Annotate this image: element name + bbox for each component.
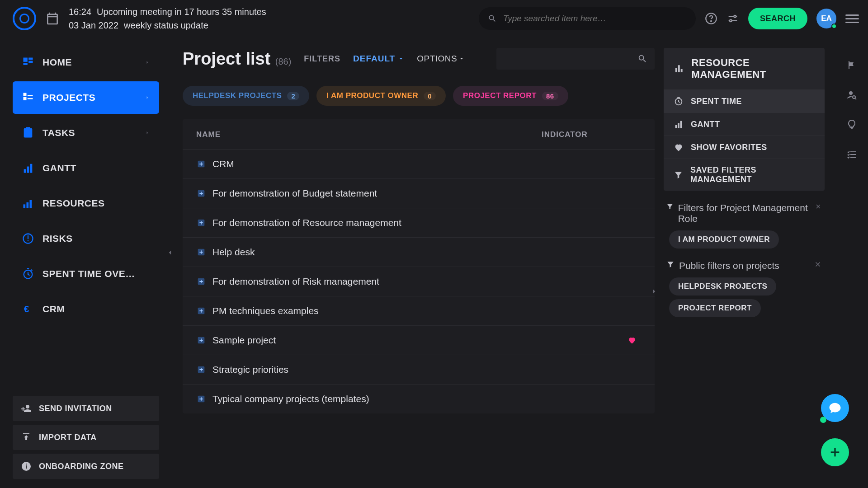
table-row[interactable]: Sample project bbox=[183, 325, 655, 355]
right-item-label: SHOW FAVORITES bbox=[691, 143, 767, 152]
sliders-icon[interactable] bbox=[726, 12, 739, 25]
filter-pill[interactable]: PROJECT REPORT bbox=[669, 299, 761, 317]
lightbulb-icon[interactable] bbox=[846, 119, 857, 130]
add-fab[interactable] bbox=[821, 438, 849, 466]
svg-rect-9 bbox=[24, 97, 27, 100]
chevron-right-icon bbox=[145, 60, 150, 65]
filter-chip-helpdesk-projects[interactable]: HELPDESK PROJECTS2 bbox=[183, 86, 309, 106]
expand-icon[interactable] bbox=[196, 306, 206, 316]
sidebar-item-crm[interactable]: € CRM bbox=[13, 293, 159, 325]
table-row[interactable]: For demonstration of Resource management bbox=[183, 208, 655, 237]
favorite-icon[interactable] bbox=[627, 336, 637, 345]
bars-icon bbox=[674, 63, 684, 75]
svg-rect-27 bbox=[26, 464, 27, 465]
person-search-icon[interactable] bbox=[846, 89, 857, 100]
sidebar-item-label: CRM bbox=[42, 304, 65, 314]
svg-rect-15 bbox=[27, 167, 29, 173]
sidebar-item-gantt[interactable]: GANTT bbox=[13, 152, 159, 184]
import-data-button[interactable]: IMPORT DATA bbox=[13, 425, 159, 450]
expand-icon[interactable] bbox=[196, 365, 206, 375]
options-dropdown[interactable]: OPTIONS bbox=[417, 54, 464, 64]
sidebar-item-label: PROJECTS bbox=[42, 92, 95, 103]
filter-pill[interactable]: HELPDESK PROJECTS bbox=[669, 277, 776, 296]
expand-icon[interactable] bbox=[196, 394, 206, 404]
logo[interactable] bbox=[13, 7, 36, 30]
caret-down-icon bbox=[459, 56, 464, 61]
filter-pill[interactable]: I AM PRODUCT OWNER bbox=[669, 230, 779, 249]
public-filters-title: Public filters on projects bbox=[679, 260, 779, 271]
expand-icon[interactable] bbox=[196, 188, 206, 198]
svg-rect-8 bbox=[24, 93, 27, 96]
sidebar-item-projects[interactable]: PROJECTS bbox=[13, 81, 159, 114]
expand-icon[interactable] bbox=[196, 247, 206, 257]
sidebar-item-risks[interactable]: RISKS bbox=[13, 222, 159, 255]
resources-icon bbox=[22, 197, 34, 210]
sidebar-item-resources[interactable]: RESOURCES bbox=[13, 187, 159, 220]
chip-count: 86 bbox=[542, 92, 558, 100]
info-icon bbox=[21, 461, 32, 472]
close-icon[interactable] bbox=[815, 202, 822, 211]
expand-icon[interactable] bbox=[196, 159, 206, 169]
filters-dropdown[interactable]: DEFAULT bbox=[353, 54, 404, 64]
table-row[interactable]: For demonstration of Risk management bbox=[183, 267, 655, 296]
project-name: Sample project bbox=[212, 335, 528, 346]
sidebar-item-label: RISKS bbox=[42, 233, 73, 244]
table-row[interactable]: Strategic priorities bbox=[183, 355, 655, 384]
table-row[interactable]: CRM bbox=[183, 149, 655, 178]
svg-rect-19 bbox=[30, 200, 32, 208]
chip-label: I AM PRODUCT OWNER bbox=[326, 91, 418, 100]
filter-chip-project-report[interactable]: PROJECT REPORT86 bbox=[453, 86, 568, 106]
right-collapse-icon[interactable] bbox=[650, 287, 658, 296]
table-row[interactable]: For demonstration of Budget statement bbox=[183, 178, 655, 208]
global-search[interactable] bbox=[479, 7, 696, 30]
svg-rect-14 bbox=[24, 169, 26, 173]
project-name: Help desk bbox=[212, 247, 542, 258]
table-row[interactable]: Help desk bbox=[183, 237, 655, 267]
chip-count: 0 bbox=[424, 92, 436, 100]
menu-icon[interactable] bbox=[845, 14, 859, 23]
expand-icon[interactable] bbox=[196, 218, 206, 228]
avatar[interactable]: EA bbox=[816, 9, 836, 28]
close-icon[interactable] bbox=[814, 260, 822, 268]
sidebar-item-label: SPENT TIME OVE… bbox=[42, 268, 135, 279]
svg-rect-12 bbox=[24, 128, 33, 138]
checklist-icon[interactable] bbox=[846, 149, 857, 160]
right-item-saved-filters-management[interactable]: SAVED FILTERS MANAGEMENT bbox=[664, 159, 825, 191]
right-item-gantt[interactable]: GANTT bbox=[664, 113, 825, 136]
help-icon[interactable] bbox=[705, 12, 717, 25]
right-item-spent-time[interactable]: SPENT TIME bbox=[664, 89, 825, 113]
sidebar-item-home[interactable]: HOME bbox=[13, 46, 159, 79]
flag-icon[interactable] bbox=[846, 60, 857, 70]
onboarding-zone-button[interactable]: ONBOARDING ZONE bbox=[13, 454, 159, 479]
svg-rect-7 bbox=[24, 63, 28, 65]
right-item-show-favorites[interactable]: SHOW FAVORITES bbox=[664, 136, 825, 159]
table-row[interactable]: Typical company projects (templates) bbox=[183, 384, 655, 413]
filter-chip-i-am-product-owner[interactable]: I AM PRODUCT OWNER0 bbox=[316, 86, 446, 106]
right-item-label: GANTT bbox=[691, 120, 720, 129]
chat-fab[interactable] bbox=[821, 394, 849, 422]
send-invitation-button[interactable]: SEND INVITATION bbox=[13, 396, 159, 421]
plus-icon bbox=[828, 445, 842, 460]
tasks-icon bbox=[22, 127, 34, 139]
filters-value: DEFAULT bbox=[353, 54, 395, 64]
heart-icon bbox=[674, 142, 684, 152]
table-row[interactable]: PM techniques examples bbox=[183, 296, 655, 325]
right-item-label: SAVED FILTERS MANAGEMENT bbox=[690, 165, 815, 184]
svg-rect-16 bbox=[30, 164, 33, 173]
page-count: (86) bbox=[275, 56, 292, 66]
search-button[interactable]: SEARCH bbox=[748, 8, 807, 29]
right-item-label: SPENT TIME bbox=[691, 97, 742, 106]
sidebar-item-tasks[interactable]: TASKS bbox=[13, 117, 159, 149]
table-search[interactable] bbox=[496, 48, 655, 70]
expand-icon[interactable] bbox=[196, 335, 206, 345]
svg-rect-10 bbox=[28, 95, 33, 96]
sidebar-collapse-icon[interactable] bbox=[166, 249, 174, 257]
calendar-icon[interactable] bbox=[45, 11, 60, 26]
sidebar-item-spent-time-ove-[interactable]: SPENT TIME OVE… bbox=[13, 258, 159, 290]
expand-icon[interactable] bbox=[196, 277, 206, 286]
project-name: Typical company projects (templates) bbox=[212, 394, 542, 404]
svg-rect-5 bbox=[28, 58, 33, 60]
svg-point-3 bbox=[730, 19, 732, 22]
search-input[interactable] bbox=[503, 14, 687, 23]
funnel-icon bbox=[666, 260, 675, 268]
